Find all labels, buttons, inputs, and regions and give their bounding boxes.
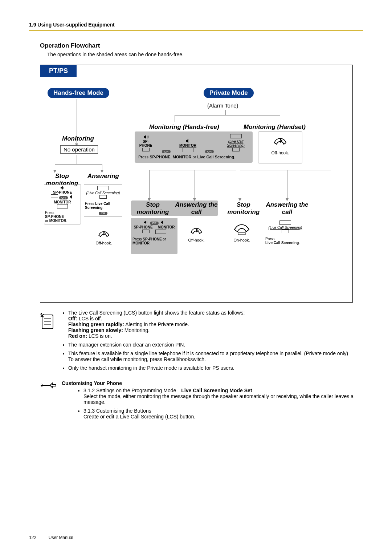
head-handset: Stop monitoring Answering the call bbox=[222, 200, 309, 216]
customise-item-2: 3.1.3 Customising the Buttons Create or … bbox=[83, 408, 363, 420]
hf-answer-offhook: Off-hook. bbox=[178, 222, 215, 242]
press-sp-monitor-or-lcs: Press SP-PHONE, MONITOR or Live Call Scr… bbox=[138, 155, 249, 159]
flowchart: PT/PS Hands-free Mode Private Mode (Alar… bbox=[40, 65, 353, 303]
hs-stop-onhook: On-hook. bbox=[222, 222, 262, 242]
device-tab: PT/PS bbox=[40, 65, 77, 77]
svg-rect-0 bbox=[238, 232, 245, 235]
page-footer: 122 User Manual bbox=[29, 535, 73, 540]
monitoring-handset-label: Monitoring (Handset) bbox=[244, 123, 306, 131]
grey-head-handsfree: Stop monitoring Answering the call bbox=[131, 200, 218, 216]
handset-lift-icon bbox=[272, 132, 288, 148]
note-slt-parallel: This feature is available for a single l… bbox=[68, 351, 363, 362]
hands-free-mode-pill: Hands-free Mode bbox=[48, 88, 109, 98]
lcs-tiny-label: (Live Call Screening) bbox=[222, 139, 249, 147]
hs-answer-lcs: (Live Call Screening) Press Live Call Sc… bbox=[265, 220, 305, 245]
speaker-icon-4 bbox=[143, 220, 148, 224]
answering-call-head-hs: Answering the call bbox=[265, 200, 309, 216]
offhook-label-1: Off-hook. bbox=[258, 150, 302, 155]
stop-monitoring-head-hs: Stop monitoring bbox=[222, 200, 265, 216]
note-manager-pin: The manager extension can clear an exten… bbox=[68, 342, 363, 348]
monitor-icon bbox=[185, 139, 191, 143]
pointing-hand-icon bbox=[40, 380, 57, 390]
handset-lift-icon-3 bbox=[188, 222, 204, 237]
press-sp-or-monitor-box: SP-PHONE OR MONITOR Press SP-PHONE or MO… bbox=[44, 184, 81, 224]
grey-zone-hands-free: SP-PHONE OR MONITOR OR (Live Call Sc bbox=[135, 131, 253, 163]
or-pill-5: OR bbox=[150, 222, 159, 225]
monitoring-hands-free-label: Monitoring (Hands-free) bbox=[149, 123, 219, 131]
page-number: 122 bbox=[29, 535, 36, 540]
note-ps-users: Only the handset monitoring in the Priva… bbox=[68, 365, 363, 371]
answering-head-left: Answering bbox=[87, 173, 119, 180]
monitor-icon-2 bbox=[160, 220, 165, 224]
svg-rect-1 bbox=[42, 315, 53, 329]
sp-phone-label-tiny: SP-PHONE bbox=[138, 139, 153, 147]
note-lcs-light: The Live Call Screening (LCS) button lig… bbox=[68, 310, 363, 339]
speaker-icon-3 bbox=[69, 195, 74, 199]
no-operation-box: No operation bbox=[60, 145, 98, 154]
footer-manual-label: User Manual bbox=[49, 535, 73, 540]
handset-down-icon bbox=[233, 222, 251, 237]
stop-monitoring-head-hf: Stop monitoring bbox=[131, 200, 175, 216]
speaker-icon bbox=[143, 135, 149, 139]
hf-stop-box: OR SP-PHONE MONITOR Press SP-PHONE or MO… bbox=[131, 218, 177, 254]
answering-call-head-hf: Answering the call bbox=[175, 200, 218, 216]
section-header: 1.9 Using User-supplied Equipment bbox=[29, 22, 363, 28]
monitor-label-tiny: MONITOR bbox=[179, 143, 196, 147]
notes-block: The Live Call Screening (LCS) button lig… bbox=[40, 310, 363, 374]
notes-icon bbox=[40, 312, 56, 330]
speaker-icon-2 bbox=[60, 186, 65, 190]
or-pill-2: OR bbox=[205, 150, 214, 153]
customise-item-1: 3.1.2 Settings on the Programming Mode—L… bbox=[83, 388, 363, 405]
offhook-left: Off-hook. bbox=[87, 226, 120, 245]
svg-point-5 bbox=[41, 313, 42, 314]
or-pill: OR bbox=[162, 150, 171, 153]
private-mode-pill: Private Mode bbox=[204, 88, 254, 98]
handset-lift-icon-2 bbox=[97, 226, 111, 240]
section-title: Operation Flowchart bbox=[40, 42, 363, 49]
or-pill-3: OR bbox=[59, 196, 68, 199]
monitoring-label: Monitoring bbox=[62, 135, 94, 142]
customise-title: Customising Your Phone bbox=[62, 380, 363, 386]
offhook-box-handset: Off-hook. bbox=[258, 131, 302, 163]
customise-block: Customising Your Phone 3.1.2 Settings on… bbox=[40, 380, 363, 422]
header-rule bbox=[29, 30, 363, 31]
or-pill-4: OR bbox=[99, 212, 107, 215]
intro-text: The operations in the shaded areas can b… bbox=[47, 52, 363, 57]
alarm-tone-label: (Alarm Tone) bbox=[207, 102, 238, 109]
press-lcs-box: (Live Call Screening) Press Live Call Sc… bbox=[84, 184, 122, 217]
